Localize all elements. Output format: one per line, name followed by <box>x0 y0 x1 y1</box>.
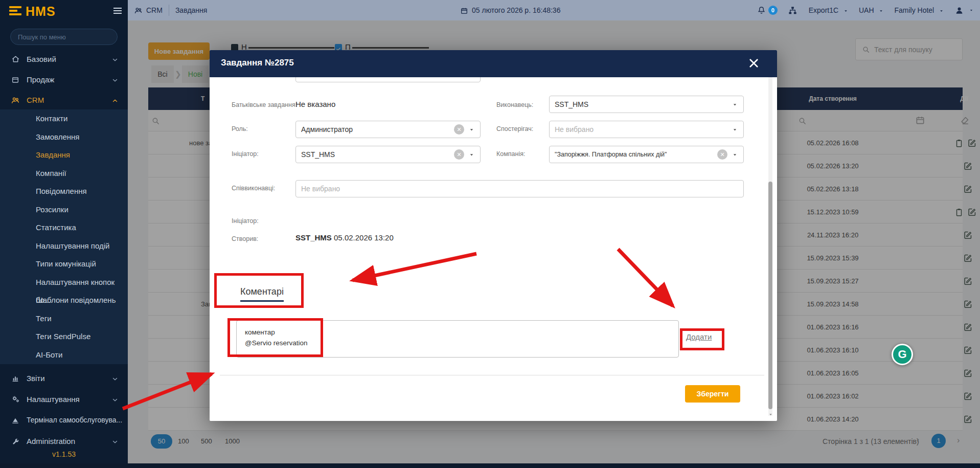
sidebar-item-shablony[interactable]: Шаблони повідомлень <box>0 291 128 309</box>
caret-down-icon <box>732 125 738 134</box>
chevron-down-icon <box>111 436 119 445</box>
company-select[interactable]: "Запоріжжя. Платформа спільних дій" ✕ <box>549 146 744 163</box>
hms-logo-icon <box>9 6 21 17</box>
caret-down-icon <box>732 150 738 159</box>
topbar: CRM Завдання 05 лютого 2026 р. 16:48:36 … <box>128 0 980 20</box>
home-icon <box>10 54 20 64</box>
sitemap-icon[interactable] <box>788 6 797 15</box>
chevron-down-icon <box>111 373 119 382</box>
user-menu[interactable] <box>954 6 974 15</box>
role-select[interactable]: Администратор ✕ <box>295 121 481 138</box>
tab-comments[interactable]: Коментарі <box>240 286 284 302</box>
close-icon[interactable] <box>747 57 760 70</box>
sidebar-item-crm[interactable]: CRM <box>0 90 128 109</box>
sidebar: HMS Базовий Продаж CRM Контакти Замовлен… <box>0 0 128 468</box>
scroll-down-icon[interactable] <box>768 410 773 419</box>
sidebar-collapse-icon[interactable] <box>113 8 122 15</box>
sidebar-item-zvity[interactable]: Звіти <box>0 368 128 388</box>
created-label: Створив: <box>232 235 258 242</box>
sidebar-item-terminal[interactable]: Термінал самообслуговува... <box>0 410 128 430</box>
modal-scrollbar-thumb[interactable] <box>768 182 772 409</box>
caret-down-icon <box>468 150 475 159</box>
wrench-icon <box>10 436 20 445</box>
footer-strip <box>0 463 980 468</box>
observer-label: Спостерігач: <box>496 125 533 132</box>
sidebar-item-knopky-bota[interactable]: Налаштування кнопок бо... <box>0 273 128 292</box>
caret-down-icon <box>732 100 738 109</box>
sidebar-item-povidomlennia[interactable]: Повідомлення <box>0 182 128 200</box>
app-root: HMS Базовий Продаж CRM Контакти Замовлен… <box>0 0 980 468</box>
comment-textarea[interactable]: коментар @Servio reservation <box>236 320 679 358</box>
grammarly-badge[interactable]: G <box>892 344 913 365</box>
wallet-icon <box>10 75 20 84</box>
breadcrumb-divider <box>169 5 169 16</box>
sidebar-item-zamovlennia[interactable]: Замовлення <box>0 128 128 146</box>
breadcrumb-page[interactable]: Завдання <box>175 6 208 14</box>
sidebar-item-kompanii[interactable]: Компанії <box>0 164 128 183</box>
clear-icon[interactable]: ✕ <box>717 149 727 160</box>
sidebar-item-rozsylky[interactable]: Розсилки <box>0 200 128 219</box>
bell-icon[interactable] <box>757 6 766 15</box>
sidebar-item-ai-boty[interactable]: AI-Боти <box>0 346 128 364</box>
chevron-down-icon <box>111 75 119 83</box>
clear-icon[interactable]: ✕ <box>454 124 464 135</box>
role-label: Роль: <box>232 125 248 132</box>
caret-down-icon <box>969 6 974 14</box>
sidebar-item-prodazh[interactable]: Продаж <box>0 70 128 89</box>
caret-down-icon <box>468 125 475 134</box>
sidebar-item-nalashtuvannia[interactable]: Налаштування <box>0 389 128 409</box>
person-icon <box>954 6 964 14</box>
modal-header: Завдання №2875 <box>210 50 777 77</box>
task-modal: · · · · Завдання №2875 Батьківське завда… <box>210 50 777 421</box>
clear-icon[interactable]: ✕ <box>454 149 464 160</box>
caret-down-icon <box>939 6 944 14</box>
users-icon <box>10 95 20 104</box>
sidebar-item-administration[interactable]: Administration <box>0 431 128 451</box>
observer-select[interactable]: Не вибрано <box>549 121 744 138</box>
created-value: SST_HMS 05.02.2026 13:20 <box>295 233 394 242</box>
add-comment-link[interactable]: Додати <box>686 332 712 341</box>
caret-down-icon <box>843 6 849 14</box>
sidebar-item-zavdannia[interactable]: Завдання <box>0 146 128 164</box>
executor-select[interactable]: SST_HMS <box>549 96 744 113</box>
parent-task-label: Батьківське завдання: <box>232 101 297 108</box>
executor-label: Виконавець: <box>496 101 533 108</box>
chevron-down-icon <box>111 54 119 63</box>
caret-down-icon <box>878 6 884 14</box>
sidebar-item-nalashtuvannia-podii[interactable]: Налаштування подій <box>0 237 128 255</box>
bar-chart-icon <box>10 373 20 383</box>
crm-submenu: Контакти Замовлення Завдання Компанії По… <box>0 109 128 364</box>
sidebar-item-tehy-sendpulse[interactable]: Теги SendPulse <box>0 327 128 346</box>
coexecutors-input[interactable]: Не вибрано <box>295 180 744 197</box>
sidebar-item-typy-komunikatsii[interactable]: Типи комунікацій <box>0 255 128 273</box>
coexecutors-label: Співвиконавці: <box>232 185 275 192</box>
calendar-icon <box>460 6 468 14</box>
initiator2-label: Ініціатор: <box>232 217 259 225</box>
notifications-badge: 0 <box>768 6 778 15</box>
company-label: Компанія: <box>496 150 525 158</box>
chevron-up-icon <box>111 95 119 104</box>
export1c-menu[interactable]: Export1C <box>809 6 849 14</box>
divider <box>220 375 764 375</box>
initiator-label: Ініціатор: <box>232 150 259 158</box>
crm-breadcrumb-icon <box>134 6 143 15</box>
breadcrumb-app[interactable]: CRM <box>146 6 163 14</box>
sidebar-item-kontakty[interactable]: Контакти <box>0 109 128 128</box>
chevron-down-icon <box>111 394 119 403</box>
hms-logo-text: HMS <box>26 4 56 19</box>
initiator-select[interactable]: SST_HMS ✕ <box>295 146 481 163</box>
hotel-menu[interactable]: Family Hotel <box>894 6 944 14</box>
modal-title: Завдання №2875 <box>221 58 294 68</box>
app-version: v1.1.53 <box>0 450 128 458</box>
kiosk-icon <box>10 415 20 425</box>
sidebar-item-tehy[interactable]: Теги <box>0 309 128 328</box>
parent-task-value: Не вказано <box>295 100 335 108</box>
sidebar-item-statystyka[interactable]: Статистика <box>0 218 128 237</box>
menu-search-input[interactable] <box>10 29 118 45</box>
save-button[interactable]: Зберегти <box>685 385 740 403</box>
topbar-datetime: 05 лютого 2026 р. 16:48:36 <box>460 0 560 20</box>
currency-menu[interactable]: UAH <box>859 6 884 14</box>
gears-icon <box>10 394 20 404</box>
sidebar-item-bazovyi[interactable]: Базовий <box>0 49 128 69</box>
